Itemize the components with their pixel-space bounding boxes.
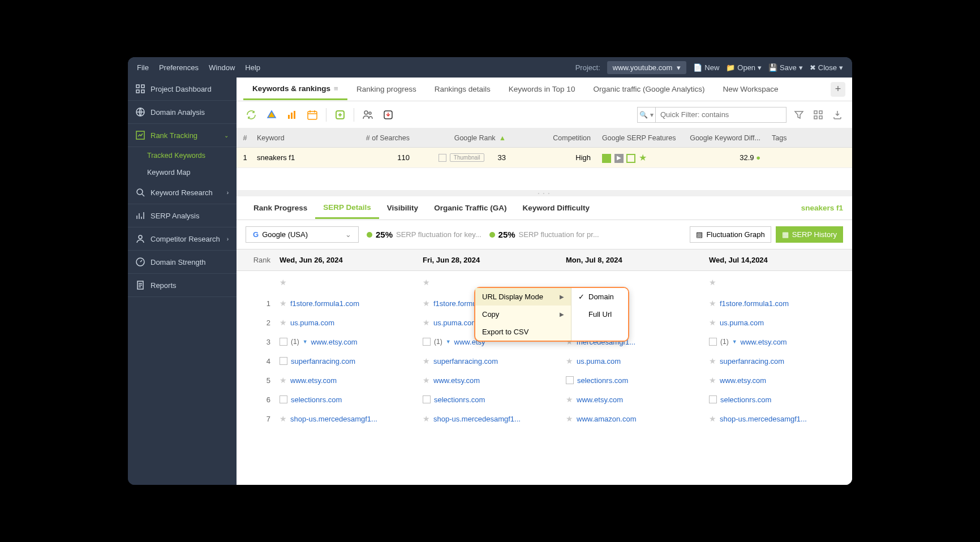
url-link[interactable]: us.puma.com — [720, 319, 764, 327]
keyword-row[interactable]: 1 sneakers f1 110 Thumbnail 33 High ▶ ★ … — [237, 148, 852, 168]
star-icon[interactable]: ★ — [709, 376, 716, 385]
url-link[interactable]: www.etsy.com — [741, 338, 787, 346]
star-icon[interactable]: ★ — [280, 299, 287, 308]
sidebar-sub-keyword-map[interactable]: Keyword Map — [128, 164, 237, 181]
subtab-keyword-difficulty[interactable]: Keyword Difficulty — [514, 198, 598, 218]
url-link[interactable]: shop-us.mercedesamgf1... — [720, 415, 807, 423]
tab-ranking-progress[interactable]: Ranking progress — [347, 79, 425, 99]
url-link[interactable]: selectionrs.com — [291, 395, 342, 404]
save-button[interactable]: 💾Save▾ — [768, 63, 803, 72]
col-header-rank[interactable]: Google Rank ▲ — [418, 134, 514, 142]
url-link[interactable]: us.puma.com — [577, 357, 621, 365]
tab-new-workspace[interactable]: New Workspace — [713, 79, 787, 99]
url-link[interactable]: www.etsy.com — [311, 338, 358, 346]
tab-organic-traffic[interactable]: Organic traffic (Google Analytics) — [584, 79, 713, 99]
star-icon[interactable]: ★ — [423, 278, 430, 287]
add-tab-button[interactable]: + — [831, 82, 845, 97]
star-icon[interactable]: ★ — [423, 414, 430, 423]
url-link[interactable]: superfanracing.com — [291, 357, 355, 365]
chevron-down-icon[interactable]: ▼ — [446, 339, 451, 345]
search-dropdown[interactable]: 🔍 ▾ — [638, 107, 656, 122]
drag-handle[interactable]: • • • — [237, 191, 852, 196]
url-link[interactable]: www.amazon.com — [577, 415, 636, 423]
tab-keywords-top10[interactable]: Keywords in Top 10 — [500, 79, 584, 99]
triangle-icon[interactable] — [265, 108, 278, 122]
sidebar-sub-tracked-keywords[interactable]: Tracked Keywords — [128, 147, 237, 164]
date-col-1[interactable]: Fri, Jun 28, 2024 — [423, 256, 566, 264]
url-link[interactable]: shop-us.mercedesamgf1... — [433, 415, 521, 423]
url-link[interactable]: www.etsy.com — [577, 395, 623, 404]
add-icon[interactable] — [333, 108, 347, 122]
sidebar-item-serp-analysis[interactable]: SERP Analysis — [128, 204, 237, 227]
refresh-icon[interactable] — [244, 108, 258, 122]
menu-help[interactable]: Help — [245, 63, 260, 72]
url-link[interactable]: www.etsy.com — [720, 376, 766, 385]
tab-rankings-details[interactable]: Rankings details — [425, 79, 500, 99]
star-icon[interactable]: ★ — [423, 356, 430, 365]
url-link[interactable]: www.etsy.com — [433, 376, 480, 385]
menu-file[interactable]: File — [137, 63, 149, 72]
url-link[interactable]: selectionrs.com — [434, 395, 485, 404]
fluctuation-graph-button[interactable]: ▨Fluctuation Graph — [690, 226, 771, 243]
url-link[interactable]: shop-us.mercedesamgf1... — [290, 415, 377, 423]
serp-history-button[interactable]: ▦SERP History — [776, 226, 843, 243]
ctx-url-display-mode[interactable]: URL Display Mode▶ — [475, 288, 571, 306]
close-button[interactable]: ✖Close▾ — [810, 63, 843, 72]
sidebar-item-rank-tracking[interactable]: Rank Tracking ⌄ — [128, 124, 237, 147]
ctx-copy[interactable]: Copy▶ — [475, 306, 571, 323]
subtab-serp-details[interactable]: SERP Details — [315, 197, 379, 219]
date-col-3[interactable]: Wed, Jul 14,2024 — [709, 256, 852, 264]
users-icon[interactable] — [361, 108, 375, 122]
ctx-fullurl-option[interactable]: Full Url — [571, 306, 628, 323]
export-icon[interactable] — [831, 108, 844, 122]
sidebar-item-domain-analysis[interactable]: Domain Analysis — [128, 101, 237, 124]
sidebar-item-keyword-research[interactable]: Keyword Research › — [128, 181, 237, 204]
date-col-0[interactable]: Wed, Jun 26, 2024 — [280, 256, 423, 264]
star-icon[interactable]: ★ — [566, 395, 573, 404]
star-icon[interactable]: ★ — [566, 414, 573, 423]
bars-refresh-icon[interactable] — [285, 108, 299, 122]
star-icon[interactable]: ★ — [280, 318, 287, 327]
star-icon[interactable]: ★ — [709, 356, 716, 365]
sidebar-item-competitor-research[interactable]: Competitor Research › — [128, 227, 237, 251]
download-icon[interactable] — [381, 108, 395, 122]
url-link[interactable]: superfanracing.com — [433, 357, 498, 365]
menu-window[interactable]: Window — [209, 63, 235, 72]
star-icon[interactable]: ★ — [280, 414, 287, 423]
star-icon[interactable]: ★ — [423, 376, 430, 385]
subtab-rank-progress[interactable]: Rank Progress — [246, 198, 315, 218]
filter-icon[interactable] — [792, 108, 806, 122]
star-icon[interactable]: ★ — [280, 278, 287, 287]
col-header-num[interactable]: # — [237, 134, 253, 142]
menu-preferences[interactable]: Preferences — [159, 63, 199, 72]
subtab-visibility[interactable]: Visibility — [379, 198, 426, 218]
col-header-searches[interactable]: # of Searches — [338, 134, 418, 142]
star-icon[interactable]: ★ — [709, 414, 716, 423]
url-link[interactable]: selectionrs.com — [720, 395, 771, 404]
date-col-2[interactable]: Mon, Jul 8, 2024 — [566, 256, 709, 264]
ctx-domain-option[interactable]: ✓Domain — [571, 288, 628, 306]
open-button[interactable]: 📁Open▾ — [726, 63, 762, 72]
ctx-export-csv[interactable]: Export to CSV — [475, 323, 571, 341]
url-link[interactable]: www.etsy.com — [290, 376, 337, 385]
url-link[interactable]: f1store.formula1.com — [720, 299, 789, 308]
col-header-tags[interactable]: Tags — [768, 134, 852, 142]
chevron-down-icon[interactable]: ▼ — [732, 339, 737, 345]
col-header-keyword[interactable]: Keyword — [253, 134, 338, 142]
chevron-down-icon[interactable]: ▼ — [303, 339, 308, 345]
new-button[interactable]: 📄New — [693, 63, 719, 72]
url-link[interactable]: selectionrs.com — [577, 376, 628, 385]
quick-filter-input[interactable] — [656, 107, 786, 122]
url-link[interactable]: us.puma.com — [290, 319, 334, 327]
star-icon[interactable]: ★ — [709, 318, 716, 327]
star-icon[interactable]: ★ — [566, 356, 573, 365]
search-engine-select[interactable]: GGoogle (USA) ⌄ — [246, 226, 359, 243]
grid-view-icon[interactable] — [811, 108, 825, 122]
col-header-competition[interactable]: Competition — [514, 134, 599, 142]
sidebar-item-domain-strength[interactable]: Domain Strength — [128, 251, 237, 274]
url-link[interactable]: us.puma.com — [433, 319, 478, 327]
url-link[interactable]: superfanracing.com — [720, 357, 784, 365]
sidebar-item-reports[interactable]: Reports — [128, 274, 237, 297]
star-icon[interactable]: ★ — [280, 376, 287, 385]
sidebar-item-dashboard[interactable]: Project Dashboard — [128, 78, 237, 101]
